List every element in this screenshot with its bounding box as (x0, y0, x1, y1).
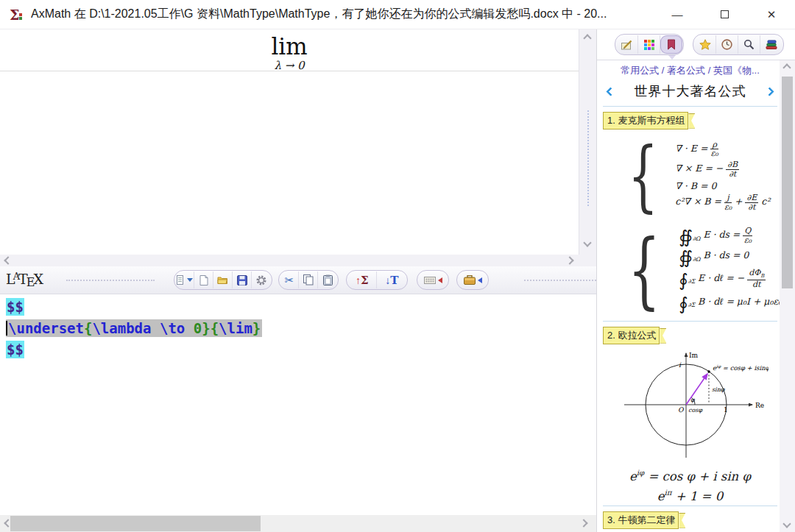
cut-button[interactable]: ✂ (280, 272, 299, 288)
section-tag-euler[interactable]: 2. 欧拉公式 (603, 327, 666, 344)
tab-sketch-input[interactable] (616, 35, 638, 54)
scroll-up-icon[interactable] (782, 63, 791, 71)
search-icon (743, 39, 755, 50)
transfer-button-group: ↑ Σ ↓ T (346, 270, 408, 290)
bookmark-icon (666, 39, 676, 50)
section-tag-maxwell[interactable]: 1. 麦克斯韦方程组 (603, 112, 695, 130)
tab-search[interactable] (738, 35, 760, 54)
section-tag-label: 3. 牛顿第二定律 (603, 511, 679, 529)
tag-tail-decoration (679, 513, 685, 528)
code-line[interactable]: $$ (6, 297, 596, 318)
tab-recent[interactable] (716, 35, 738, 54)
symbol-case-toggle-button[interactable] (458, 272, 487, 288)
code-token: } (202, 320, 210, 336)
code-line[interactable]: $$ (6, 339, 596, 361)
copy-pages-icon (303, 274, 314, 285)
axmath-logo-icon: Σ (9, 7, 25, 23)
angle-label: φ (690, 397, 695, 403)
preview-vertical-scrollbar[interactable] (579, 29, 596, 255)
code-token: } (252, 320, 261, 336)
document-menu-icon (177, 275, 186, 285)
maximize-icon (721, 10, 729, 18)
code-line[interactable]: \underset{\lambda \to 0}{\lim} (6, 318, 596, 339)
pane-splitter-handle[interactable] (587, 110, 589, 206)
import-to-axmath-button[interactable]: ↑ Σ (347, 272, 377, 288)
panel-title: 世界十大著名公式 (635, 82, 746, 100)
euler-identity[interactable]: eiπ + 1 = 0 (603, 489, 777, 503)
scroll-right-icon[interactable] (579, 519, 587, 527)
keyboard-panel-group (417, 270, 449, 290)
selected-code: \underset{\lambda \to 0}{\lim} (6, 319, 262, 337)
scroll-down-icon[interactable] (782, 519, 791, 528)
panel-title-row: 世界十大著名公式 (603, 79, 777, 103)
sin-label: sinφ (712, 386, 725, 393)
books-stack-icon (766, 40, 777, 50)
soft-keyboard-toggle-button[interactable] (418, 272, 448, 288)
collapse-left-icon (478, 277, 482, 283)
star-icon (699, 39, 711, 50)
euler-formula[interactable]: eiφ = cos φ + i sin φ (603, 469, 777, 483)
maximize-button[interactable] (701, 0, 748, 29)
code-token (151, 320, 159, 336)
scrollbar-thumb[interactable] (782, 77, 793, 288)
paste-button[interactable] (318, 272, 337, 288)
export-as-text-button[interactable]: ↓ T (377, 272, 406, 288)
scroll-right-icon[interactable] (565, 256, 573, 264)
code-token: \lim (219, 320, 252, 336)
code-token: { (84, 320, 92, 336)
formula-library-sidebar: 常用公式 / 著名公式 / 英国《物... 世界十大著名公式 1. 麦克斯韦方程… (596, 29, 795, 532)
sidebar-vertical-scrollbar[interactable] (780, 60, 795, 532)
editor-horizontal-scrollbar[interactable] (0, 515, 596, 532)
new-document-button[interactable] (194, 272, 213, 288)
euler-unit-circle-diagram[interactable]: Im Re O 1 i φ cosφ sinφ eiφ = cosφ + isi… (612, 347, 768, 464)
unit-label: 1 (724, 406, 728, 414)
axis-re-label: Re (755, 402, 764, 409)
tag-tail-decoration (688, 113, 695, 129)
latex-editor[interactable]: $$\underset{\lambda \to 0}{\lim}$$ (0, 294, 596, 515)
scroll-up-icon[interactable] (583, 34, 591, 42)
scrollbar-thumb[interactable] (10, 516, 261, 531)
preview-horizontal-scrollbar[interactable] (0, 255, 596, 266)
close-button[interactable]: ✕ (748, 0, 795, 29)
maxwell-integral-equations[interactable]: { ∯∂Ω E · ds = Qε₀ ∯∂Ω B · ds = 0 ∮∂Σ E … (628, 222, 777, 318)
save-button[interactable] (233, 272, 252, 288)
settings-button[interactable] (252, 272, 271, 288)
section-divider (603, 106, 777, 107)
window-title: AxMath 在 D:\1-2021.05工作\G 资料\MathType\Ma… (31, 7, 654, 22)
cos-label: cosφ (688, 407, 702, 414)
sketch-pad-pencil-icon (621, 39, 633, 50)
menu-button[interactable] (175, 272, 194, 288)
code-token: \to (160, 320, 185, 336)
code-token: 0 (194, 320, 202, 336)
clipboard-paste-icon (323, 274, 333, 285)
keyboard-icon (424, 276, 436, 285)
dropdown-arrow-icon (187, 278, 193, 282)
breadcrumb[interactable]: 常用公式 / 著名公式 / 英国《物... (603, 64, 777, 77)
save-floppy-icon (237, 275, 247, 285)
tab-symbol-palette[interactable] (638, 35, 660, 54)
equation: ∇ · E = ρε₀ (675, 141, 770, 158)
briefcase-icon (464, 275, 476, 285)
maxwell-differential-equations[interactable]: { ∇ · E = ρε₀ ∇ × E = − ∂B∂t ∇ · B = 0 c… (628, 131, 777, 221)
latex-logo-char: X (33, 271, 43, 287)
color-grid-icon (644, 40, 654, 50)
axmath-window: Σ AxMath 在 D:\1-2021.05工作\G 资料\MathType\… (0, 0, 795, 532)
equation: ∇ × E = − ∂B∂t (675, 160, 770, 178)
left-brace: { (628, 222, 660, 318)
scroll-down-icon[interactable] (583, 238, 591, 247)
scroll-left-icon[interactable] (4, 256, 12, 264)
tab-formula-library[interactable] (660, 35, 682, 54)
gear-icon (255, 274, 267, 286)
code-token-dollar: $$ (6, 298, 24, 316)
tab-handbook[interactable] (760, 35, 782, 54)
section-tag-newton[interactable]: 3. 牛顿第二定律 (603, 511, 685, 529)
minimize-button[interactable]: — (654, 0, 701, 29)
file-button-group (174, 270, 272, 290)
tab-favorites[interactable] (694, 35, 716, 54)
formula-preview-pane[interactable]: lim λ → 0 (0, 29, 579, 255)
next-page-icon[interactable] (765, 87, 774, 96)
prev-page-icon[interactable] (606, 87, 615, 96)
copy-button[interactable] (299, 272, 318, 288)
section-tag-label: 1. 麦克斯韦方程组 (603, 112, 688, 130)
open-file-button[interactable] (213, 272, 233, 288)
